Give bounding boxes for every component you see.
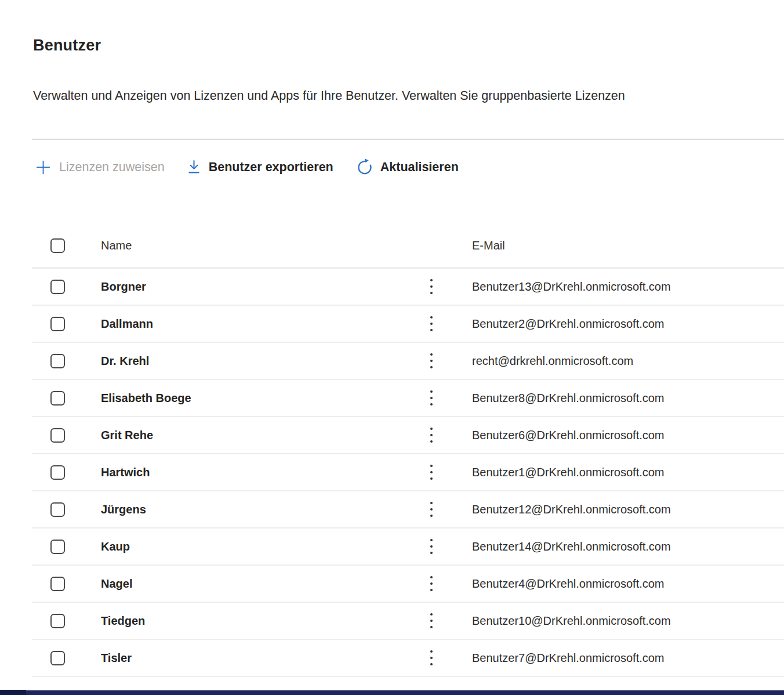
kebab-icon: [430, 465, 433, 467]
page-title: Benutzer: [33, 37, 101, 55]
kebab-icon: [430, 650, 433, 653]
user-name: Borgner: [101, 280, 391, 294]
user-email: Benutzer8@DrKrehl.onmicrosoft.com: [472, 392, 784, 405]
user-table-body: Borgner Benutzer13@DrKrehl.onmicrosoft.c…: [32, 269, 784, 677]
row-checkbox[interactable]: [50, 280, 65, 294]
table-row[interactable]: Nagel Benutzer4@DrKrehl.onmicrosoft.com: [32, 566, 784, 603]
refresh-button[interactable]: Aktualisieren: [355, 158, 459, 176]
user-name: Hartwich: [101, 466, 391, 479]
kebab-icon: [430, 576, 433, 578]
row-checkbox[interactable]: [50, 317, 65, 331]
kebab-icon: [430, 279, 433, 281]
row-menu-button[interactable]: [424, 461, 438, 483]
row-menu-button[interactable]: [424, 276, 438, 298]
bottom-bar: [0, 690, 784, 695]
row-checkbox[interactable]: [50, 651, 65, 665]
user-name: Grit Rehe: [101, 429, 391, 442]
assign-licenses-button[interactable]: Lizenzen zuweisen: [35, 159, 165, 176]
table-row[interactable]: Kaup Benutzer14@DrKrehl.onmicrosoft.com: [32, 529, 784, 566]
row-menu-button[interactable]: [424, 647, 438, 669]
table-row[interactable]: Grit Rehe Benutzer6@DrKrehl.onmicrosoft.…: [32, 417, 784, 454]
download-icon: [187, 160, 201, 175]
user-email: recht@drkrehl.onmicrosoft.com: [472, 354, 784, 368]
row-checkbox[interactable]: [50, 502, 65, 517]
toolbar: Lizenzen zuweisen Benutzer exportieren A…: [35, 153, 459, 181]
table-row[interactable]: Tiedgen Benutzer10@DrKrehl.onmicrosoft.c…: [32, 603, 784, 640]
user-email: Benutzer14@DrKrehl.onmicrosoft.com: [472, 540, 784, 553]
kebab-icon: [430, 613, 433, 616]
user-name: Dallmann: [101, 317, 391, 331]
plus-icon: [35, 159, 52, 176]
row-menu-button[interactable]: [424, 313, 438, 335]
row-checkbox[interactable]: [50, 354, 65, 368]
export-users-label: Benutzer exportieren: [209, 160, 333, 175]
assign-licenses-label: Lizenzen zuweisen: [59, 160, 165, 175]
user-email: Benutzer13@DrKrehl.onmicrosoft.com: [472, 280, 784, 294]
row-checkbox[interactable]: [50, 428, 65, 443]
table-row[interactable]: Tisler Benutzer7@DrKrehl.onmicrosoft.com: [32, 640, 784, 677]
table-row[interactable]: Dallmann Benutzer2@DrKrehl.onmicrosoft.c…: [32, 306, 784, 343]
row-checkbox[interactable]: [50, 614, 65, 628]
table-row[interactable]: Dr. Krehl recht@drkrehl.onmicrosoft.com: [32, 343, 784, 380]
select-all-checkbox[interactable]: [50, 238, 65, 253]
user-table: Name E-Mail Borgner Benutzer13@DrKrehl.o…: [32, 223, 784, 677]
table-row[interactable]: Borgner Benutzer13@DrKrehl.onmicrosoft.c…: [32, 269, 784, 306]
column-header-name[interactable]: Name: [101, 239, 391, 252]
refresh-icon: [355, 158, 373, 176]
user-name: Kaup: [101, 540, 391, 553]
kebab-icon: [430, 316, 433, 318]
refresh-label: Aktualisieren: [380, 160, 459, 175]
user-email: Benutzer4@DrKrehl.onmicrosoft.com: [472, 577, 784, 591]
row-menu-button[interactable]: [424, 424, 438, 446]
user-name: Elisabeth Boege: [101, 392, 391, 405]
user-email: Benutzer7@DrKrehl.onmicrosoft.com: [472, 651, 784, 665]
row-checkbox[interactable]: [50, 391, 65, 406]
table-row[interactable]: Jürgens Benutzer12@DrKrehl.onmicrosoft.c…: [32, 491, 784, 529]
table-row[interactable]: Hartwich Benutzer1@DrKrehl.onmicrosoft.c…: [32, 454, 784, 491]
column-header-email[interactable]: E-Mail: [472, 239, 784, 252]
row-menu-button[interactable]: [424, 498, 438, 520]
user-email: Benutzer2@DrKrehl.onmicrosoft.com: [472, 317, 784, 331]
kebab-icon: [430, 539, 433, 541]
kebab-icon: [430, 390, 433, 393]
user-email: Benutzer10@DrKrehl.onmicrosoft.com: [472, 614, 784, 628]
users-page: Benutzer Verwalten und Anzeigen von Lize…: [0, 0, 784, 695]
row-checkbox[interactable]: [50, 465, 65, 480]
user-name: Dr. Krehl: [101, 354, 391, 368]
row-menu-button[interactable]: [424, 535, 438, 558]
user-email: Benutzer6@DrKrehl.onmicrosoft.com: [472, 429, 784, 442]
user-name: Tiedgen: [101, 614, 391, 628]
table-header-row: Name E-Mail: [32, 223, 784, 269]
user-name: Tisler: [101, 651, 391, 665]
user-name: Nagel: [101, 577, 391, 591]
row-menu-button[interactable]: [424, 387, 438, 409]
kebab-icon: [430, 353, 433, 356]
export-users-button[interactable]: Benutzer exportieren: [187, 160, 333, 175]
page-description: Verwalten und Anzeigen von Lizenzen und …: [33, 89, 784, 103]
kebab-icon: [430, 428, 433, 430]
toolbar-top-divider: [32, 139, 784, 140]
row-menu-button[interactable]: [424, 573, 438, 595]
user-email: Benutzer1@DrKrehl.onmicrosoft.com: [472, 466, 784, 479]
kebab-icon: [430, 502, 433, 504]
user-email: Benutzer12@DrKrehl.onmicrosoft.com: [472, 503, 784, 516]
row-menu-button[interactable]: [424, 350, 438, 372]
table-row[interactable]: Elisabeth Boege Benutzer8@DrKrehl.onmicr…: [32, 380, 784, 417]
row-checkbox[interactable]: [50, 540, 65, 554]
row-checkbox[interactable]: [50, 577, 65, 591]
user-name: Jürgens: [101, 503, 391, 516]
row-menu-button[interactable]: [424, 610, 438, 632]
